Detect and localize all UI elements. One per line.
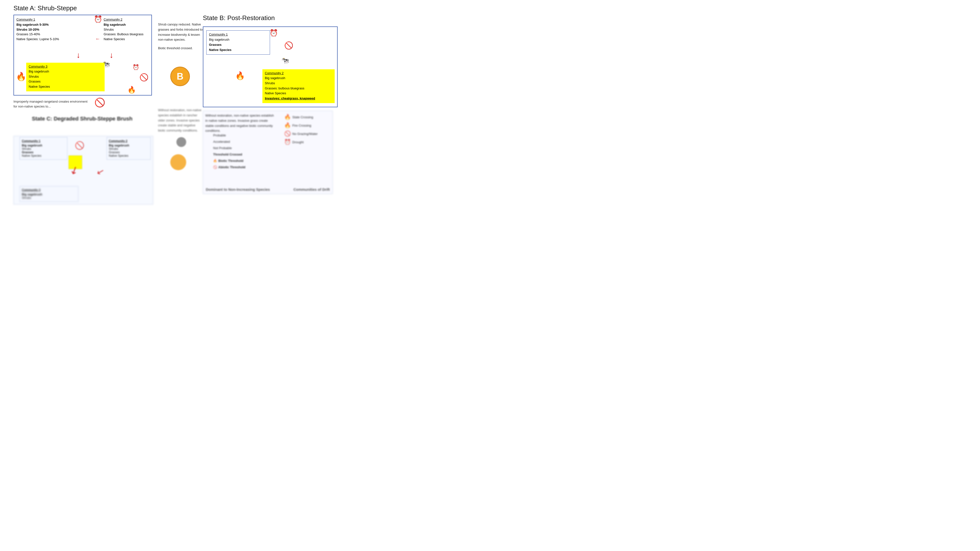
comm2-line4: Native Species <box>103 37 149 41</box>
b-comm2-line3: Grasses: bulbous bluegrass <box>265 86 332 91</box>
comm1-line1: Big sagebrush 5-30% <box>16 22 92 27</box>
no-water-b-icon: 🚫 <box>284 41 293 50</box>
comm3-line4: Native Species <box>29 84 102 89</box>
comm2-title: Community 2 <box>103 17 149 21</box>
community-2-card: Community 2 Big sagebrush Shrubs Grasses… <box>103 17 149 41</box>
comm3-title: Community 3 <box>29 65 102 68</box>
bottom-bar-left: Dominant to Non-Increasing Species <box>206 187 270 192</box>
fire-b-icon: 🔥 <box>235 71 245 80</box>
community-1-card: Community 1 Big sagebrush 5-30% Shrubs 1… <box>16 17 92 41</box>
b-community-2-card: Community 2 Big sagebrush Shrubs Grasses… <box>262 69 335 103</box>
community-3-card: Community 3 Big sagebrush Shrubs Grasses… <box>26 63 105 91</box>
b-comm1-title: Community 1 <box>209 33 267 36</box>
blurred-list: Probable Accelerated Not Probable Thresh… <box>213 132 245 170</box>
middle-desc-text2: Biotic threshold crossed. <box>158 46 204 51</box>
lower-mid-desc: Without restoration, non-native species … <box>158 108 202 133</box>
bottom-comm-card: Community 3 Big sagebrush Shrubs <box>20 186 78 202</box>
b-comm1-line1: Big sagebrush <box>209 37 267 42</box>
legend-area: 🔥 State Crossing 🔥 Fire Crossing 🚫 No Gr… <box>284 114 318 145</box>
no-water-below-icon: 🚫 <box>94 97 105 108</box>
dark-circle-lower-icon <box>177 137 186 147</box>
comm3-line3: Grasses <box>29 79 102 84</box>
comm1-line3: Grasses 15-40% <box>16 32 92 37</box>
no-water-icon-inside: 🚫 <box>139 73 148 81</box>
b-comm2-line4: Native Species <box>265 91 332 96</box>
threshold-b-label: B <box>177 71 183 82</box>
state-c-title: State C: Degraded Shrub-Steppe Brush <box>32 116 132 122</box>
state-b-box: Community 1 Big sagebrush Grasses Native… <box>203 27 337 107</box>
no-water-lower-icon: 🚫 <box>75 141 84 150</box>
threshold-b-badge: B <box>170 67 190 86</box>
cow-b-icon: 🐄 <box>281 57 289 64</box>
clock-b-icon: ⏰ <box>269 29 278 37</box>
state-a-box: Community 1 Big sagebrush 5-30% Shrubs 1… <box>13 15 152 95</box>
clock-top-center-icon: ⏰ <box>94 15 102 23</box>
b-comm2-line5: Invasives: cheatgrass, knapweed <box>265 96 332 101</box>
state-b-title: State B: Post-Restoration <box>203 14 275 22</box>
arrow-left-icon: ← <box>95 36 100 41</box>
bottom-bar-right: Communities of Drift <box>294 187 330 192</box>
below-a-text-content: Improperly managed rangeland creates env… <box>13 100 88 108</box>
comm3-line2: Shrubs <box>29 74 102 79</box>
b-comm2-title: Community 2 <box>265 71 332 75</box>
b-comm1-line2: Grasses <box>209 42 267 48</box>
lower-comm-card-2: Community 2 Big sagebrush Shrubs Grasses… <box>107 137 151 160</box>
fire-left-icon: 🔥 <box>16 71 26 81</box>
below-a-text: Improperly managed rangeland creates env… <box>13 99 92 109</box>
state-a-title: State A: Shrub-Steppe <box>13 5 77 12</box>
comm1-line4: Native Species: Lupine 5-10% <box>16 37 92 41</box>
comm2-line1: Big sagebrush <box>103 22 149 27</box>
clock-small-right-icon: ⏰ <box>132 64 139 70</box>
arrow-down-left-icon: ↓ <box>76 51 80 60</box>
b-community-1-card: Community 1 Big sagebrush Grasses Native… <box>206 30 270 55</box>
arrow-down-right-icon: ↓ <box>110 51 113 60</box>
comm3-line1: Big sagebrush <box>29 69 102 74</box>
fire-right-icon: 🔥 <box>127 86 136 94</box>
middle-desc-text1: Shrub canopy reduced. Native grasses and… <box>158 22 204 42</box>
comm2-line3: Grasses: Bulbous bluegrass <box>103 32 149 37</box>
b-comm2-line1: Big sagebrush <box>265 76 332 81</box>
orange-circle-lower-icon <box>170 154 186 170</box>
b-comm1-line3: Native Species <box>209 48 267 52</box>
comm2-line2: Shrubs <box>103 27 149 32</box>
comm1-title: Community 1 <box>16 17 92 21</box>
comm1-line2: Shrubs 10-20% <box>16 27 92 32</box>
b-comm2-line2: Shrubs <box>265 81 332 86</box>
bottom-bar: Dominant to Non-Increasing Species Commu… <box>203 183 333 195</box>
lower-comm-card-1: Community 1 Big sagebrush Shrubs Grasses… <box>20 137 67 160</box>
middle-description: Shrub canopy reduced. Native grasses and… <box>158 22 204 51</box>
